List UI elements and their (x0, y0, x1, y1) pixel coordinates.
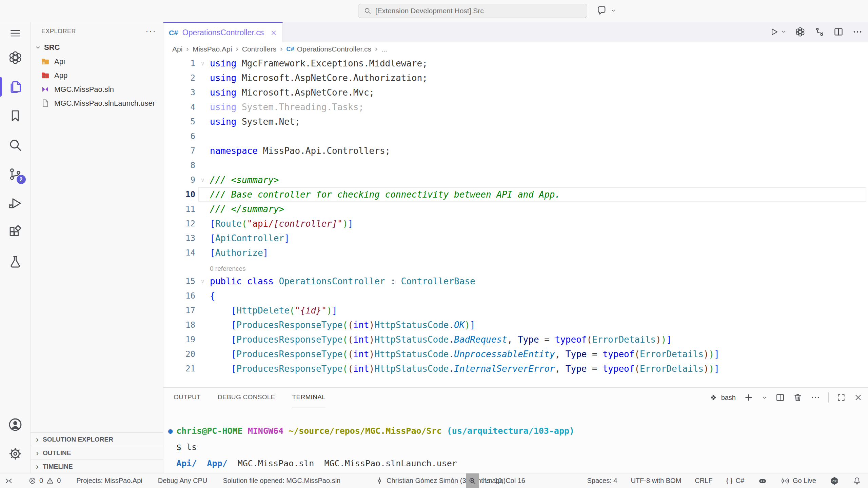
code-token: namespace (210, 146, 258, 156)
split-editor-icon[interactable] (833, 27, 844, 37)
code-line-5[interactable]: 5using System.Net; (163, 114, 868, 129)
kill-terminal-icon[interactable] (793, 393, 803, 402)
code-text: /// </summary> (210, 204, 868, 214)
maximize-panel-icon[interactable] (837, 393, 846, 402)
language-mode-status[interactable]: { } C# (726, 477, 745, 485)
tree-root-src[interactable]: SRC (31, 40, 163, 55)
file-api[interactable]: Api (31, 55, 163, 68)
indentation-status[interactable]: Spaces: 4 (587, 477, 617, 485)
code-line-15[interactable]: 15∨public class OperationsController : C… (163, 274, 868, 288)
code-token: ] (470, 320, 475, 330)
remote-indicator[interactable] (5, 477, 13, 485)
sidebar-item-bookmarks[interactable] (0, 101, 31, 130)
zoom-indicator[interactable] (466, 473, 479, 488)
code-token: HttpStatusCode (374, 320, 449, 330)
menu-button[interactable] (0, 23, 31, 43)
sidebar-item-run-debug[interactable] (0, 189, 31, 218)
go-live-status[interactable]: Go Live (781, 476, 816, 485)
solution-status[interactable]: Solution file opened: MGC.MissPao.sln (223, 477, 340, 485)
copilot-chat-icon[interactable] (596, 5, 608, 16)
code-editor[interactable]: 1∨using MgcFramework.Exceptions.Middlewa… (163, 56, 868, 387)
terminal-token: $ ls (176, 442, 197, 452)
code-line-7[interactable]: 7namespace MissPao.Api.Controllers; (163, 143, 868, 158)
csharp-extension-status[interactable]: C# (830, 476, 839, 486)
settings-button[interactable] (0, 439, 31, 468)
code-line-6[interactable]: 6 (163, 129, 868, 143)
code-line-13[interactable]: 13[ApiController] (163, 231, 868, 245)
section-timeline[interactable]: ›TIMELINE (31, 460, 163, 473)
command-center-search[interactable]: [Extension Development Host] Src (358, 4, 587, 18)
breadcrumb-item-operationscontroller-cs[interactable]: C#OperationsController.cs (287, 45, 371, 53)
sync-changes-icon[interactable] (814, 27, 825, 37)
code-line-21[interactable]: 21 [ProducesResponseType((int)HttpStatus… (163, 361, 868, 376)
file-app[interactable]: App (31, 68, 163, 82)
code-line-18[interactable]: 18 [ProducesResponseType((int)HttpStatus… (163, 318, 868, 332)
section-solution-explorer[interactable]: ›SOLUTION EXPLORER (31, 432, 163, 446)
fold-indicator[interactable]: ∨ (195, 60, 210, 67)
sidebar-item-explorer[interactable] (0, 72, 31, 101)
terminal[interactable]: ● chris@PC-HOME MINGW64 ~/source/repos/M… (163, 407, 868, 472)
breadcrumb-item-misspao-api[interactable]: MissPao.Api (193, 45, 232, 53)
sidebar-item-source-control[interactable]: 2 (0, 160, 31, 189)
fold-indicator[interactable]: ∨ (195, 177, 210, 183)
copilot-status[interactable] (758, 476, 767, 486)
panel-tab-terminal[interactable]: TERMINAL (292, 388, 326, 407)
cursor-position-status[interactable]: Ln 10, Col 16 (485, 473, 525, 488)
code-token: ( (634, 349, 640, 359)
openai-action-icon[interactable] (795, 26, 806, 37)
file-mgc-misspao-sln[interactable]: MGC.MissPao.sln (31, 82, 163, 96)
csharp-file-icon: C# (169, 29, 178, 37)
panel-tab-output[interactable]: OUTPUT (174, 388, 201, 407)
chevron-down-icon[interactable] (762, 395, 767, 401)
breadcrumb-label: Controllers (242, 45, 277, 53)
terminal-line-2: $ ls (176, 439, 868, 455)
debug-config-status[interactable]: Debug Any CPU (158, 477, 208, 485)
run-button[interactable] (769, 27, 786, 37)
code-token: { (210, 291, 215, 301)
code-line-3[interactable]: 3using Microsoft.AspNetCore.Mvc; (163, 85, 868, 100)
breadcrumb-item-api[interactable]: Api (172, 45, 182, 53)
close-tab-icon[interactable] (270, 29, 277, 36)
code-line-10[interactable]: 10/// Base controller for checking conne… (163, 187, 868, 202)
breadcrumb-item-controllers[interactable]: Controllers (242, 45, 277, 53)
code-line-20[interactable]: 20 [ProducesResponseType((int)HttpStatus… (163, 347, 868, 361)
chevron-down-icon[interactable] (610, 7, 616, 14)
code-line-1[interactable]: 1∨using MgcFramework.Exceptions.Middlewa… (163, 56, 868, 70)
code-line-19[interactable]: 19 [ProducesResponseType((int)HttpStatus… (163, 332, 868, 347)
sidebar-item-search[interactable] (0, 130, 31, 160)
sidebar-item-openai[interactable] (0, 43, 31, 72)
close-panel-icon[interactable] (854, 393, 863, 402)
code-line-16[interactable]: 16{ (163, 288, 868, 303)
new-terminal-icon[interactable] (744, 393, 753, 402)
tab-operationscontroller[interactable]: C# OperationsController.cs (163, 22, 283, 42)
codelens[interactable]: 0 references (163, 260, 868, 274)
panel-more-icon[interactable] (811, 393, 820, 402)
more-actions-icon[interactable] (852, 27, 863, 37)
code-line-11[interactable]: 11/// </summary> (163, 202, 868, 216)
file-mgc-misspao-slnlaunch-user[interactable]: MGC.MissPao.slnLaunch.user (31, 96, 163, 110)
split-terminal-icon[interactable] (775, 393, 785, 402)
eol-status[interactable]: CRLF (695, 477, 712, 485)
projects-status[interactable]: Projects: MissPao.Api (76, 477, 142, 485)
section-outline[interactable]: ›OUTLINE (31, 446, 163, 460)
fold-indicator[interactable]: ∨ (195, 278, 210, 285)
code-token: Microsoft.AspNetCore.Authorization; (236, 73, 428, 83)
code-line-9[interactable]: 9∨/// <summary> (163, 172, 868, 187)
code-line-14[interactable]: 14[Authorize] (163, 245, 868, 260)
explorer-more-actions[interactable]: ··· (145, 29, 156, 33)
code-line-12[interactable]: 12[Route("api/[controller]")] (163, 216, 868, 231)
encoding-status[interactable]: UTF-8 with BOM (631, 477, 681, 485)
sidebar-item-testing[interactable] (0, 247, 31, 276)
warning-icon (46, 477, 54, 485)
solution-label: Solution file opened: MGC.MissPao.sln (223, 477, 340, 485)
sidebar-item-extensions[interactable] (0, 218, 31, 247)
problems-indicator[interactable]: 0 0 (28, 477, 61, 485)
account-button[interactable] (0, 410, 31, 439)
code-line-4[interactable]: 4using System.Threading.Tasks; (163, 100, 868, 114)
notifications-status[interactable] (853, 476, 861, 485)
code-line-8[interactable]: 8 (163, 158, 868, 172)
breadcrumb-item--[interactable]: ... (381, 45, 387, 53)
panel-tab-debug-console[interactable]: DEBUG CONSOLE (218, 388, 275, 407)
code-line-2[interactable]: 2using Microsoft.AspNetCore.Authorizatio… (163, 70, 868, 85)
code-line-17[interactable]: 17 [HttpDelete("{id}")] (163, 303, 868, 318)
